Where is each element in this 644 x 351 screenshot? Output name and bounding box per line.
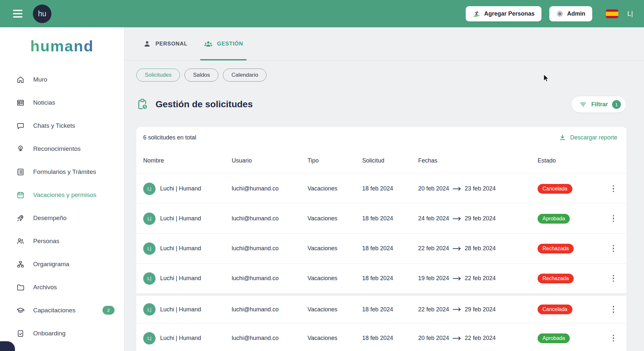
row-menu-kebab-icon[interactable] bbox=[611, 273, 616, 284]
sidebar-item-label: Organigrama bbox=[33, 261, 69, 268]
gear-icon bbox=[556, 10, 564, 18]
add-people-label: Agregar Personas bbox=[484, 10, 535, 17]
sidebar-item-label: Chats y Tickets bbox=[33, 122, 75, 129]
pill-saldos[interactable]: Saldos bbox=[185, 69, 218, 82]
row-menu-kebab-icon[interactable] bbox=[611, 243, 616, 254]
request-date: 18 feb 2024 bbox=[362, 335, 418, 342]
sidebar-nav: Muro Noticias Chats y Tickets bbox=[0, 68, 124, 345]
sidebar-item-label: Capacitaciones bbox=[33, 307, 75, 314]
request-date: 18 feb 2024 bbox=[362, 215, 418, 222]
request-type: Vacaciones bbox=[308, 215, 362, 222]
user-email: luchi@humand.co bbox=[232, 215, 308, 222]
table-body: L| Luchi | Humand luchi@humand.co Vacaci… bbox=[136, 174, 626, 351]
pill-calendario[interactable]: Calendario bbox=[223, 69, 267, 82]
page-title: Gestión de solicitudes bbox=[156, 99, 253, 110]
column-header-usuario: Usuario bbox=[232, 157, 308, 164]
sidebar-item-label: Onboarding bbox=[33, 330, 65, 337]
table-row[interactable]: L| Luchi | Humand luchi@humand.co Vacaci… bbox=[136, 293, 626, 323]
person-icon bbox=[143, 40, 151, 48]
row-menu-kebab-icon[interactable] bbox=[611, 213, 616, 224]
table-row[interactable]: L| Luchi | Humand luchi@humand.co Vacaci… bbox=[136, 204, 626, 234]
table-summary-row: 6 solicitudes en total Descargar reporte bbox=[136, 127, 626, 148]
column-header-solicitud: Solicitud bbox=[362, 157, 418, 164]
request-type: Vacaciones bbox=[308, 185, 362, 192]
row-menu-kebab-icon[interactable] bbox=[611, 183, 616, 194]
people-icon bbox=[16, 237, 25, 245]
tab-gestion[interactable]: GESTIÓN bbox=[203, 27, 244, 60]
filter-count-badge: 1 bbox=[612, 100, 621, 109]
sidebar-item-chats-tickets[interactable]: Chats y Tickets bbox=[0, 114, 124, 137]
date-range-cell: 19 feb 2024 22 feb 2024 bbox=[418, 275, 538, 282]
admin-button[interactable]: Admin bbox=[549, 6, 592, 21]
table-row[interactable]: L| Luchi | Humand luchi@humand.co Vacaci… bbox=[136, 234, 626, 264]
user-email: luchi@humand.co bbox=[232, 185, 308, 192]
topbar: hu Agregar Personas bbox=[0, 0, 644, 27]
sidebar-item-onboarding[interactable]: Onboarding bbox=[0, 322, 124, 345]
date-from: 22 feb 2024 bbox=[418, 245, 449, 252]
sidebar-item-desempeno[interactable]: Desempeño bbox=[0, 206, 124, 229]
sidebar-item-label: Reconocimientos bbox=[33, 145, 81, 152]
hamburger-menu-icon[interactable] bbox=[13, 10, 22, 18]
tab-personal[interactable]: PERSONAL bbox=[142, 27, 188, 60]
date-to: 29 feb 2024 bbox=[465, 306, 496, 313]
filter-button[interactable]: Filtrar 1 bbox=[571, 96, 626, 113]
sidebar-item-label: Noticias bbox=[33, 99, 55, 106]
sidebar-item-formularios[interactable]: Formularios y Trámites bbox=[0, 160, 124, 183]
sidebar-item-label: Desempeño bbox=[33, 214, 66, 222]
pill-solicitudes[interactable]: Solicitudes bbox=[136, 69, 180, 82]
filter-label: Filtrar bbox=[591, 101, 608, 108]
request-type: Vacaciones bbox=[308, 275, 362, 282]
column-header-estado: Estado bbox=[538, 157, 606, 164]
sidebar-item-vacaciones[interactable]: Vacaciones y permisos bbox=[0, 183, 124, 206]
user-initials[interactable]: L| bbox=[627, 10, 633, 18]
table-row[interactable]: L| Luchi | Humand luchi@humand.co Vacaci… bbox=[136, 323, 626, 351]
tab-bar: PERSONAL GESTIÓN bbox=[124, 27, 644, 60]
sidebar-item-capacitaciones[interactable]: Capacitaciones 2 bbox=[0, 299, 124, 322]
sidebar-item-reconocimientos[interactable]: Reconocimientos bbox=[0, 137, 124, 160]
arrow-right-icon bbox=[452, 276, 461, 281]
date-range-cell: 22 feb 2024 29 feb 2024 bbox=[418, 306, 538, 313]
sidebar-item-label: Archivos bbox=[33, 284, 57, 291]
column-header-tipo: Tipo bbox=[308, 157, 362, 164]
row-menu-kebab-icon[interactable] bbox=[611, 333, 616, 344]
status-badge: Aprobada bbox=[538, 214, 570, 224]
orgchart-icon bbox=[16, 260, 25, 268]
request-date: 18 feb 2024 bbox=[362, 306, 418, 313]
date-from: 22 feb 2024 bbox=[418, 306, 449, 313]
sidebar-item-muro[interactable]: Muro bbox=[0, 68, 124, 91]
name-cell: L| Luchi | Humand bbox=[143, 303, 232, 316]
sub-nav-pills: Solicitudes Saldos Calendario bbox=[136, 69, 644, 82]
user-email: luchi@humand.co bbox=[232, 245, 308, 252]
status-badge: Aprobada bbox=[538, 333, 570, 343]
sidebar-item-noticias[interactable]: Noticias bbox=[0, 91, 124, 114]
title-row: Gestión de solicitudes Filtrar 1 bbox=[136, 96, 626, 113]
employee-name: Luchi | Humand bbox=[160, 275, 201, 282]
user-email: luchi@humand.co bbox=[232, 335, 308, 342]
table-row[interactable]: L| Luchi | Humand luchi@humand.co Vacaci… bbox=[136, 264, 626, 293]
user-email: luchi@humand.co bbox=[232, 306, 308, 313]
sidebar-item-archivos[interactable]: Archivos bbox=[0, 276, 124, 299]
date-to: 28 feb 2024 bbox=[465, 245, 496, 252]
spain-flag-icon[interactable] bbox=[606, 9, 618, 18]
employee-name: Luchi | Humand bbox=[160, 185, 201, 192]
requests-table-card: 6 solicitudes en total Descargar reporte… bbox=[136, 127, 626, 351]
row-menu-kebab-icon[interactable] bbox=[611, 304, 616, 315]
table-row[interactable]: L| Luchi | Humand luchi@humand.co Vacaci… bbox=[136, 174, 626, 204]
employee-name: Luchi | Humand bbox=[160, 306, 201, 313]
sidebar-item-personas[interactable]: Personas bbox=[0, 229, 124, 253]
arrow-right-icon bbox=[452, 336, 461, 341]
arrow-right-icon bbox=[452, 246, 461, 251]
sidebar-item-organigrama[interactable]: Organigrama bbox=[0, 253, 124, 276]
request-date: 18 feb 2024 bbox=[362, 275, 418, 282]
column-header-fechas: Fechas bbox=[418, 157, 538, 164]
capacitaciones-count-badge: 2 bbox=[103, 306, 115, 315]
folder-icon bbox=[16, 283, 25, 292]
column-header-nombre: Nombre bbox=[143, 157, 232, 164]
chat-icon bbox=[16, 122, 25, 130]
date-to: 29 feb 2024 bbox=[465, 215, 496, 222]
add-people-button[interactable]: Agregar Personas bbox=[466, 6, 541, 21]
download-report-link[interactable]: Descargar reporte bbox=[559, 134, 617, 141]
employee-name: Luchi | Humand bbox=[160, 335, 201, 342]
hu-logo[interactable]: hu bbox=[33, 5, 51, 23]
date-to: 23 feb 2024 bbox=[465, 185, 496, 192]
